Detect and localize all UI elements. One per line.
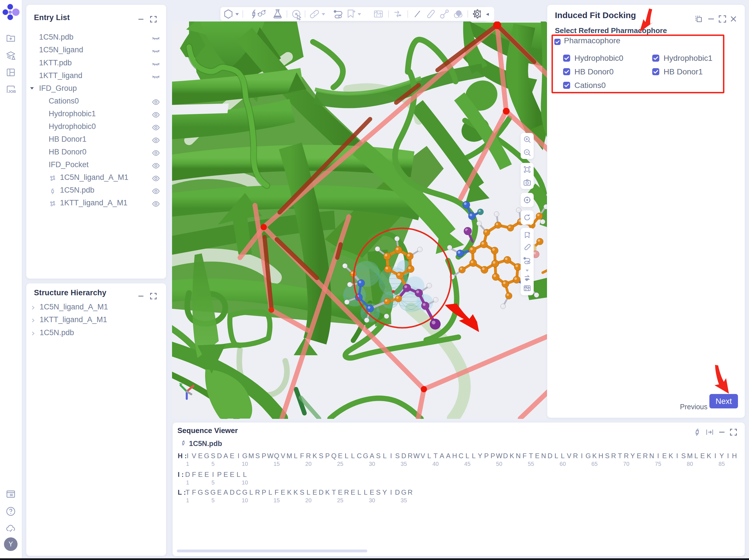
svg-text:JOB: JOB <box>8 89 16 94</box>
